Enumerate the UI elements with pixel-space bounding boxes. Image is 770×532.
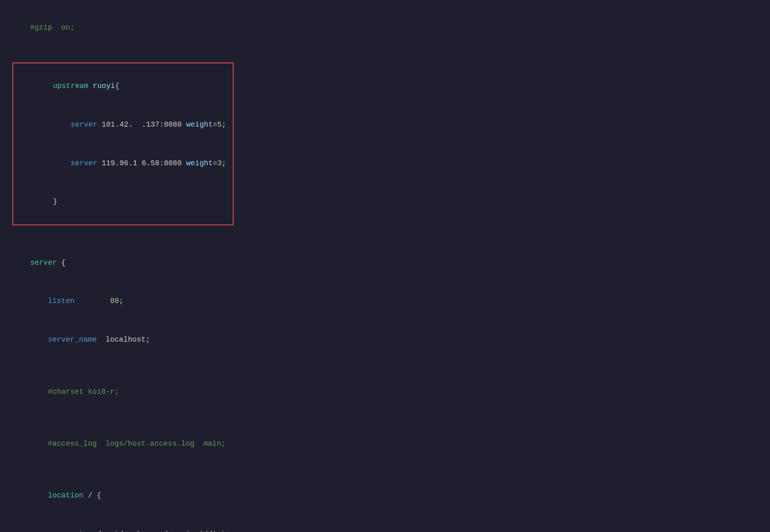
listen-directive: listen 80; (12, 282, 770, 321)
access-log-comment: #access_log logs/host.access.log main; (12, 424, 770, 463)
server-line-2: server 119.96.1 6.58:8080 weight=3; (17, 144, 226, 183)
upstream-block-wrapper: upstream ruoyi{ server 101.42. .137:8080… (12, 60, 234, 230)
server-open: server { (12, 243, 770, 282)
blank-5 (12, 463, 770, 476)
location-root-open: location / { (12, 476, 770, 515)
root-directive: root /root/workspace/ruoyi-ui/dist; (12, 515, 770, 532)
upstream-close: } (17, 183, 226, 221)
blank-3 (12, 359, 770, 372)
upstream-open: upstream ruoyi{ (17, 67, 226, 105)
code-editor: #gzip on; upstream ruoyi{ server 101.42.… (0, 0, 770, 532)
charset-comment: #charset koi8-r; (12, 372, 770, 411)
blank-2 (12, 230, 770, 244)
upstream-highlighted-block: upstream ruoyi{ server 101.42. .137:8080… (12, 62, 234, 225)
server-line-1: server 101.42. .137:8080 weight=5; (17, 105, 226, 144)
server-name-directive: server_name localhost; (12, 321, 770, 359)
blank-1 (12, 47, 770, 60)
blank-4 (12, 411, 770, 425)
gzip-comment: #gzip on; (30, 23, 74, 32)
line-gzip: #gzip on; (12, 8, 770, 47)
